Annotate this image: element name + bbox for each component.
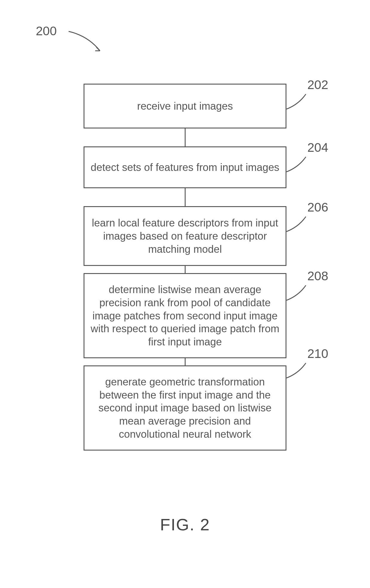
figure-caption: FIG. 2 (160, 515, 210, 534)
ref-206: 206 (307, 200, 328, 215)
step-box-4: determine listwise mean average precisio… (84, 273, 286, 358)
step-box-2: detect sets of features from input image… (84, 146, 286, 188)
ref-202: 202 (307, 78, 328, 92)
connector (185, 358, 186, 365)
step-box-5: generate geometric transformation betwee… (84, 365, 286, 451)
swoop-arrow-icon (67, 30, 109, 57)
figure-number: 200 (36, 24, 57, 38)
connector (185, 128, 186, 146)
flowchart: receive input images detect sets of feat… (84, 84, 286, 451)
connector (185, 188, 186, 206)
ref-208: 208 (307, 269, 328, 283)
step-box-3: learn local feature descriptors from inp… (84, 206, 286, 266)
ref-204: 204 (307, 140, 328, 155)
leader-line-icon (286, 215, 313, 233)
step-box-1: receive input images (84, 84, 286, 128)
connector (185, 266, 186, 273)
leader-line-icon (286, 155, 313, 173)
leader-line-icon (286, 284, 313, 302)
leader-line-icon (286, 93, 313, 111)
leader-line-icon (286, 362, 313, 379)
ref-210: 210 (307, 347, 328, 361)
